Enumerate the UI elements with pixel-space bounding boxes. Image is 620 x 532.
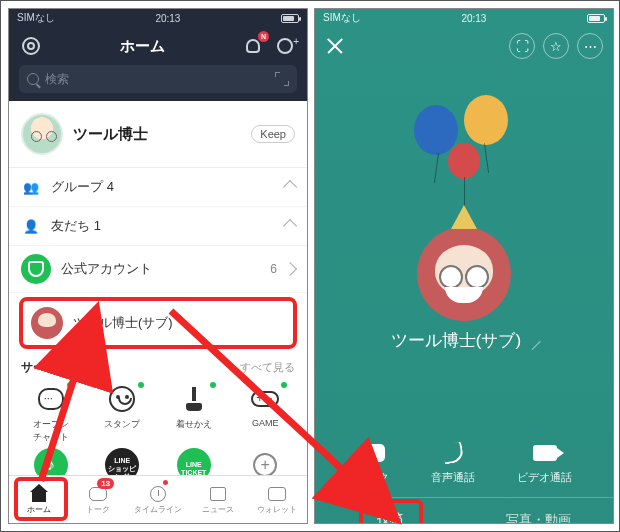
tab-post[interactable]: 投稿: [315, 498, 464, 524]
edit-icon[interactable]: [524, 333, 541, 350]
star-icon: ☆: [550, 39, 562, 54]
search-input[interactable]: 検索: [19, 65, 297, 93]
status-bar: SIMなし 20:13: [315, 9, 613, 27]
phone-icon: [441, 441, 464, 464]
search-icon: [27, 73, 39, 85]
battery-icon: [281, 14, 299, 23]
clock: 20:13: [155, 13, 180, 24]
page-title: ホーム: [43, 37, 241, 56]
tab-timeline[interactable]: タイムライン: [128, 476, 188, 523]
profile-display-name: ツール博士(サブ): [315, 329, 613, 352]
action-voice[interactable]: 音声通話: [431, 442, 475, 485]
notifications-button[interactable]: N: [241, 34, 265, 58]
shield-icon: [21, 254, 51, 284]
scan-icon[interactable]: [275, 72, 289, 86]
tab-wallet[interactable]: ウォレット: [247, 476, 307, 523]
favorite-button[interactable]: ☆: [543, 33, 569, 59]
smile-icon: [109, 386, 135, 412]
status-bar: SIMなし 20:13: [9, 9, 307, 27]
timeline-icon: [150, 486, 166, 502]
keep-button[interactable]: Keep: [251, 125, 295, 143]
add-friend-button[interactable]: [273, 34, 297, 58]
wallet-icon: [268, 487, 286, 501]
profile-tabs: 投稿 写真・動画: [315, 497, 613, 524]
avatar: [21, 113, 63, 155]
gift-icon: ⛶: [516, 39, 529, 54]
chevron-up-icon: [283, 219, 297, 233]
profile-avatar[interactable]: [417, 227, 511, 321]
tab-home[interactable]: ホーム: [9, 476, 69, 523]
more-button[interactable]: ⋯: [577, 33, 603, 59]
tab-media[interactable]: 写真・動画: [464, 498, 613, 524]
service-openchat[interactable]: オープン チャット: [15, 382, 87, 444]
friend-name: ツール博士(サブ): [73, 314, 173, 332]
gamepad-icon: [251, 391, 279, 407]
bell-icon: [246, 39, 260, 53]
profile-screen: SIMなし 20:13 ⛶ ☆ ⋯ ツール博士(: [314, 8, 614, 524]
carrier: SIMなし: [17, 11, 55, 25]
see-all-link[interactable]: すべて見る: [240, 360, 295, 375]
service-stamp[interactable]: スタンプ: [87, 382, 159, 444]
chevron-right-icon: [283, 262, 297, 276]
action-video[interactable]: ビデオ通話: [517, 442, 572, 485]
bottom-tabbar: ホーム トーク13 タイムライン ニュース ウォレット: [9, 475, 307, 523]
balloons-illustration: [404, 95, 524, 205]
more-icon: ⋯: [584, 39, 597, 54]
home-screen: SIMなし 20:13 ホーム N 検索 ツール博士 Keep 👥 グル: [8, 8, 308, 524]
add-user-icon: [277, 38, 293, 54]
groups-section[interactable]: 👥 グループ 4: [9, 168, 307, 207]
tab-news[interactable]: ニュース: [188, 476, 248, 523]
chevron-up-icon: [283, 180, 297, 194]
home-icon: [30, 486, 48, 502]
news-icon: [210, 487, 226, 501]
carrier: SIMなし: [323, 11, 361, 25]
gear-icon: [22, 37, 40, 55]
dot-badge: [163, 480, 168, 485]
official-account-row[interactable]: 公式アカウント 6: [9, 246, 307, 293]
friend-sub-row[interactable]: ツール博士(サブ): [19, 297, 297, 349]
profile-name: ツール博士: [73, 125, 251, 144]
service-theme[interactable]: 着せかえ: [158, 382, 230, 444]
notif-badge: N: [258, 31, 269, 42]
close-button[interactable]: [325, 36, 345, 56]
profile-actions: トーク 音声通話 ビデオ通話: [315, 442, 613, 485]
plus-icon: +: [253, 453, 277, 477]
tab-talk[interactable]: トーク13: [69, 476, 129, 523]
settings-button[interactable]: [19, 34, 43, 58]
service-game[interactable]: GAME: [230, 382, 302, 444]
action-talk[interactable]: トーク: [356, 442, 389, 485]
services-header: サービス すべて見る: [9, 353, 307, 378]
my-profile-row[interactable]: ツール博士 Keep: [9, 101, 307, 168]
search-area: 検索: [9, 65, 307, 101]
header: ホーム N: [9, 27, 307, 65]
avatar: [31, 307, 63, 339]
talk-badge: 13: [97, 478, 114, 489]
group-icon: 👥: [21, 180, 41, 195]
openchat-icon: [38, 388, 64, 410]
brush-icon: [184, 387, 204, 411]
friends-section[interactable]: 👤 友だち 1: [9, 207, 307, 246]
battery-icon: [587, 14, 605, 23]
gift-button[interactable]: ⛶: [509, 33, 535, 59]
person-icon: 👤: [21, 219, 41, 234]
video-icon: [533, 445, 557, 461]
profile-header: ⛶ ☆ ⋯: [315, 27, 613, 65]
chat-icon: [361, 444, 385, 462]
clock: 20:13: [461, 13, 486, 24]
